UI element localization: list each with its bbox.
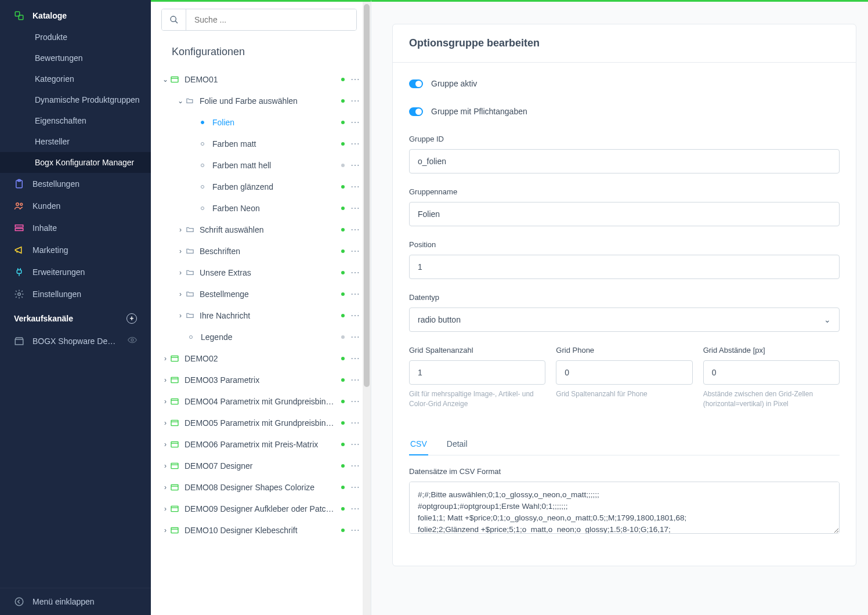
channel-item[interactable]: BOGX Shopware Demo... [0,330,151,352]
clipboard-icon [14,179,24,189]
chevron-right-icon: › [176,226,185,234]
nav-manufacturers[interactable]: Hersteller [0,131,151,152]
datatype-select[interactable]: radio button ⌄ [409,308,840,332]
chevron-right-icon: › [161,419,169,427]
users-icon [14,201,24,211]
more-button[interactable]: ⋯ [350,503,360,514]
add-channel-button[interactable]: + [126,313,137,324]
nav-dynamic-groups[interactable]: Dynamische Produktgruppen [0,89,151,110]
tree-node-folien[interactable]: Folien ⋯ [151,111,371,133]
more-button[interactable]: ⋯ [350,331,360,342]
tree-node-legende[interactable]: Legende ⋯ [151,326,371,348]
nav-customers[interactable]: Kunden [0,195,151,217]
nav-categories[interactable]: Kategorien [0,68,151,89]
collapse-menu-button[interactable]: Menü einklappen [0,588,151,615]
window-icon [169,482,180,493]
tree-node-demo07[interactable]: ›DEMO07 Designer⋯ [151,455,371,476]
nav-settings[interactable]: Einstellungen [0,283,151,305]
grid-phone-input[interactable] [556,360,692,385]
more-button[interactable]: ⋯ [350,245,360,256]
toggle-active-row: Gruppe aktiv [409,79,840,88]
more-button[interactable]: ⋯ [350,396,360,407]
nav-properties[interactable]: Eigenschaften [0,110,151,131]
more-button[interactable]: ⋯ [350,417,360,428]
tree-node-demo08[interactable]: ›DEMO08 Designer Shapes Colorize⋯ [151,476,371,498]
edit-card: Optionsgruppe bearbeiten Gruppe aktiv Gr… [392,24,856,566]
tree-node-nachricht[interactable]: › Ihre Nachricht ⋯ [151,305,371,326]
more-button[interactable]: ⋯ [350,524,360,536]
nav-extensions[interactable]: Erweiterungen [0,261,151,283]
tree-node-demo03[interactable]: ›DEMO03 Parametrix⋯ [151,369,371,390]
tree-node-farben-matt[interactable]: Farben matt ⋯ [151,133,371,154]
nav-products[interactable]: Produkte [0,27,151,48]
tree-node-demo04[interactable]: ›DEMO04 Parametrix mit Grundpreisbindun⋯ [151,390,371,412]
tree-node-demo05[interactable]: ›DEMO05 Parametrix mit Grundpreisbindun⋯ [151,412,371,433]
tree-node-farben-glanzend[interactable]: Farben glänzend ⋯ [151,176,371,197]
position-label: Position [409,240,840,249]
nav-content[interactable]: Inhalte [0,217,151,239]
plug-icon [14,267,24,277]
tree-node-bestellmenge[interactable]: › Bestellmenge ⋯ [151,283,371,305]
folder-icon [185,267,195,278]
tree-panel: Konfigurationen ⌄ DEMO01 ⋯ ⌄ Folie und F… [151,0,371,615]
more-button[interactable]: ⋯ [350,310,360,321]
tree-node-demo06[interactable]: ›DEMO06 Parametrix mit Preis-Matrix⋯ [151,433,371,455]
tree-node-schrift[interactable]: › Schrift auswählen ⋯ [151,219,371,240]
nav-catalogs[interactable]: Kataloge [0,5,151,27]
more-button[interactable]: ⋯ [350,460,360,471]
chevron-right-icon: › [161,505,169,513]
window-icon [169,396,180,407]
tree-node-farben-matt-hell[interactable]: Farben matt hell ⋯ [151,154,371,176]
position-input[interactable] [409,255,840,279]
bullet-icon [197,117,208,128]
tree-node-demo09[interactable]: ›DEMO09 Designer Aufkleber oder Patches⋯ [151,498,371,519]
more-button[interactable]: ⋯ [350,74,360,85]
group-name-input[interactable] [409,202,840,226]
search-button[interactable] [162,9,186,30]
chevron-right-icon: › [161,526,169,534]
more-button[interactable]: ⋯ [350,288,360,299]
more-button[interactable]: ⋯ [350,117,360,128]
more-button[interactable]: ⋯ [350,482,360,493]
more-button[interactable]: ⋯ [350,224,360,235]
grid-cols-input[interactable] [409,360,545,385]
tree-node-demo02[interactable]: ›DEMO02⋯ [151,348,371,369]
tree-node-farben-neon[interactable]: Farben Neon ⋯ [151,197,371,219]
chevron-right-icon: › [161,440,169,448]
group-required-toggle[interactable] [409,107,423,116]
more-button[interactable]: ⋯ [350,138,360,149]
search-input[interactable] [186,9,356,30]
tree-node-beschriften[interactable]: › Beschriften ⋯ [151,240,371,262]
csv-textarea[interactable] [409,482,840,534]
more-button[interactable]: ⋯ [350,353,360,364]
scrollbar[interactable] [363,2,371,615]
more-button[interactable]: ⋯ [350,439,360,450]
nav-orders[interactable]: Bestellungen [0,173,151,195]
more-button[interactable]: ⋯ [350,267,360,278]
tree-node-folie-farbe[interactable]: ⌄ Folie und Farbe auswählen ⋯ [151,90,371,111]
status-dot [341,507,345,511]
scrollbar-thumb[interactable] [364,4,370,387]
tree-node-extras[interactable]: › Unsere Extras ⋯ [151,262,371,283]
eye-icon[interactable] [128,335,137,346]
more-button[interactable]: ⋯ [350,160,360,171]
csv-label: Datensätze im CSV Format [409,467,840,476]
more-button[interactable]: ⋯ [350,374,360,385]
more-button[interactable]: ⋯ [350,95,360,106]
tab-csv[interactable]: CSV [409,433,428,455]
tab-detail[interactable]: Detail [446,433,469,455]
group-id-input[interactable] [409,149,840,173]
nav-reviews[interactable]: Bewertungen [0,48,151,68]
more-button[interactable]: ⋯ [350,202,360,214]
tree-node-demo10[interactable]: ›DEMO10 Designer Klebeschrift⋯ [151,519,371,541]
more-button[interactable]: ⋯ [350,181,360,192]
nav-bogx-manager[interactable]: Bogx Konfigurator Manager [0,152,151,173]
nav-marketing[interactable]: Marketing [0,239,151,261]
tree-node-demo01[interactable]: ⌄ DEMO01 ⋯ [151,68,371,90]
group-active-toggle[interactable] [409,79,423,88]
tree-body: ⌄ DEMO01 ⋯ ⌄ Folie und Farbe auswählen ⋯… [151,68,371,615]
grid-gap-label: Grid Abstände [px] [703,346,840,354]
bullet-icon [186,332,196,342]
grid-gap-input[interactable] [703,360,840,385]
status-dot [341,99,345,103]
